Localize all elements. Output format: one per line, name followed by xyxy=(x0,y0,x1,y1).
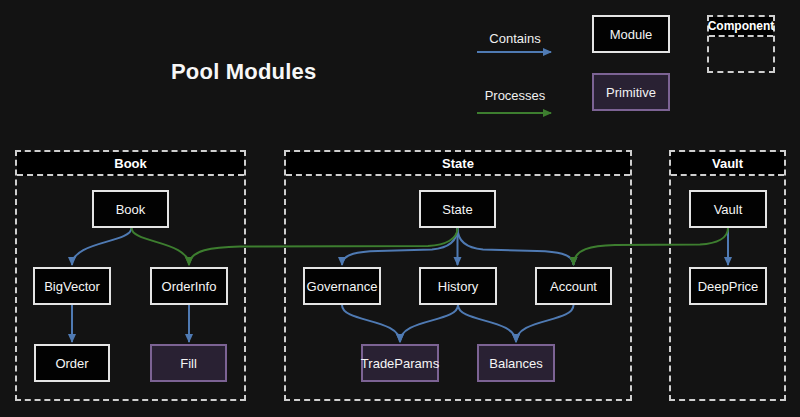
legend-primitive-label: Primitive xyxy=(606,85,656,100)
legend-module-box: Module xyxy=(592,15,670,53)
edge-vault-account xyxy=(574,228,729,265)
legend-component-box: Component xyxy=(707,15,775,73)
node-book: Book xyxy=(92,190,169,228)
edge-book-orderinfo xyxy=(132,228,190,265)
node-orderinfo: OrderInfo xyxy=(150,267,228,305)
node-state: State xyxy=(419,190,496,228)
node-fill: Fill xyxy=(150,344,227,382)
node-order: Order xyxy=(34,344,110,382)
edge-account-balances xyxy=(516,305,574,342)
node-tradeparams: TradeParams xyxy=(361,344,439,382)
legend-component-label: Component xyxy=(709,17,773,37)
edge-governance-tradeparams xyxy=(342,305,400,342)
edge-book-bigvector xyxy=(72,228,132,265)
node-bigvector: BigVector xyxy=(33,267,111,305)
node-balances: Balances xyxy=(477,344,555,382)
node-governance: Governance xyxy=(303,267,381,305)
edge-history-balances xyxy=(458,305,516,342)
edge-state-orderinfo xyxy=(189,228,458,265)
node-vault: Vault xyxy=(689,190,767,228)
node-history: History xyxy=(419,267,497,305)
edge-state-account xyxy=(458,228,574,265)
pool-modules-diagram: Pool Modules Contains Processes Module P… xyxy=(0,0,800,417)
node-deepprice: DeepPrice xyxy=(689,267,767,305)
edge-history-tradeparams xyxy=(400,305,458,342)
legend-module-label: Module xyxy=(610,27,653,42)
legend-primitive-box: Primitive xyxy=(592,73,670,111)
node-account: Account xyxy=(535,267,612,305)
